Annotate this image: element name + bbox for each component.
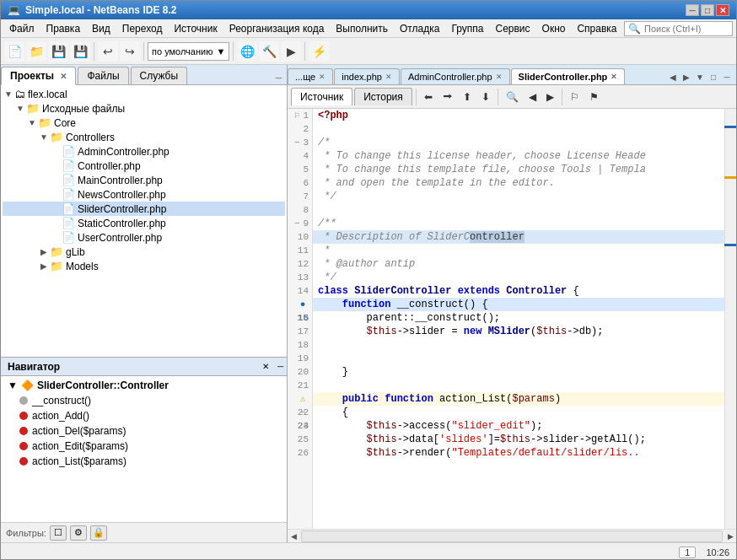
maximize-editor-btn[interactable]: □ bbox=[707, 69, 719, 84]
menu-help[interactable]: Справка bbox=[572, 21, 621, 36]
tree-arrow[interactable]: ▶ bbox=[38, 261, 50, 271]
fold-icon[interactable]: − bbox=[291, 136, 303, 149]
filter-btn-2[interactable]: ⚙ bbox=[70, 525, 87, 541]
menu-tools[interactable]: Сервис bbox=[490, 21, 535, 36]
left-panel-tabs: Проекты ✕ Файлы Службы ─ bbox=[1, 65, 287, 85]
tab-close-icon[interactable]: ✕ bbox=[496, 73, 503, 81]
run-project-btn[interactable]: 🌐 bbox=[237, 41, 257, 62]
left-panel-minimize[interactable]: ─ bbox=[271, 72, 287, 84]
maximize-button[interactable]: □ bbox=[701, 4, 714, 16]
menu-source[interactable]: Источник bbox=[169, 21, 222, 36]
nav-item-action-list[interactable]: action_List($params) bbox=[3, 454, 285, 469]
ed-btn-5[interactable]: 🔍 bbox=[502, 88, 523, 106]
build-btn[interactable]: ▶ bbox=[281, 41, 301, 62]
tree-arrow[interactable]: ▼ bbox=[38, 132, 50, 142]
status-badge: 1 bbox=[679, 547, 696, 558]
fold-icon[interactable]: − bbox=[291, 217, 303, 230]
close-button[interactable]: ✕ bbox=[716, 4, 729, 16]
minimize-editor-btn[interactable]: ─ bbox=[721, 69, 733, 84]
tree-item-flex-local[interactable]: ▼ 🗂 flex.local bbox=[3, 87, 285, 101]
fold-icon[interactable]: − bbox=[297, 406, 309, 419]
tree-arrow[interactable]: ▼ bbox=[14, 104, 26, 113]
tree-item-news-controller[interactable]: 📄 NewsController.php bbox=[3, 187, 285, 202]
tab-projects-close[interactable]: ✕ bbox=[60, 72, 67, 81]
scroll-right-btn[interactable]: ▶ bbox=[724, 530, 736, 542]
tab-dropdown[interactable]: ▼ bbox=[694, 69, 706, 84]
menu-team[interactable]: Группа bbox=[446, 21, 488, 36]
tree-item-core[interactable]: ▼ 📁 Core bbox=[3, 116, 285, 130]
tree-item-sources[interactable]: ▼ 📁 Исходные файлы bbox=[3, 101, 285, 116]
save-btn[interactable]: 💾 bbox=[48, 41, 68, 62]
menu-navigate[interactable]: Переход bbox=[117, 21, 168, 36]
tab-services[interactable]: Службы bbox=[131, 67, 187, 84]
ed-btn-2[interactable]: ⮕ bbox=[438, 88, 457, 106]
ed-btn-8[interactable]: ⚐ bbox=[566, 88, 584, 106]
tab-scroll-right[interactable]: ▶ bbox=[681, 69, 692, 84]
code-content[interactable]: <?php /* * To change this license header… bbox=[313, 109, 724, 529]
ed-btn-9[interactable]: ⚑ bbox=[585, 88, 603, 106]
tree-item-slider-controller[interactable]: 📄 SliderController.php bbox=[3, 202, 285, 216]
nav-item-construct[interactable]: __construct() bbox=[3, 393, 285, 408]
menu-edit[interactable]: Правка bbox=[41, 21, 86, 36]
code-editor-area[interactable]: ⚐1 2 −3 4 5 6 7 8 −9 10 11 12 13 14 ●15 … bbox=[288, 109, 736, 529]
config-dropdown[interactable]: по умолчанию ▼ bbox=[148, 42, 229, 61]
menu-refactor[interactable]: Реорганизация кода bbox=[224, 21, 330, 36]
config-label: по умолчанию bbox=[152, 46, 212, 57]
nav-item-action-add[interactable]: action_Add() bbox=[3, 408, 285, 423]
tree-item-models[interactable]: ▶ 📁 Models bbox=[3, 259, 285, 273]
tree-item-user-controller[interactable]: 📄 UserController.php bbox=[3, 230, 285, 245]
undo-btn[interactable]: ↩ bbox=[98, 41, 118, 62]
editor-scrollbar[interactable] bbox=[724, 109, 736, 529]
ed-btn-7[interactable]: ▶ bbox=[542, 88, 558, 106]
navigator-minimize[interactable]: ─ bbox=[274, 360, 287, 373]
new-project-btn[interactable]: 📄 bbox=[4, 41, 24, 62]
redo-btn[interactable]: ↪ bbox=[120, 41, 140, 62]
tree-item-admin-controller[interactable]: 📄 AdminController.php bbox=[3, 144, 285, 159]
tree-item-main-controller[interactable]: 📄 MainController.php bbox=[3, 173, 285, 187]
search-box[interactable]: 🔍 bbox=[624, 21, 733, 36]
ed-btn-1[interactable]: ⬅ bbox=[420, 88, 437, 106]
horizontal-scrollbar[interactable] bbox=[301, 530, 723, 542]
breakpoint-icon[interactable]: ● bbox=[297, 298, 309, 311]
ed-btn-3[interactable]: ⬆ bbox=[459, 88, 476, 106]
tab-close-icon[interactable]: ✕ bbox=[611, 73, 617, 81]
tab-close-icon[interactable]: ✕ bbox=[319, 73, 325, 81]
navigator-close[interactable]: ✕ bbox=[257, 360, 274, 373]
history-tab-btn[interactable]: История bbox=[354, 88, 412, 105]
menu-view[interactable]: Вид bbox=[87, 21, 116, 36]
source-tab-btn[interactable]: Источник bbox=[291, 88, 352, 105]
tree-arrow[interactable]: ▼ bbox=[3, 89, 14, 99]
editor-toolbar-sep2 bbox=[498, 89, 498, 105]
scroll-left-btn[interactable]: ◀ bbox=[288, 530, 299, 542]
editor-tab-admin-controller[interactable]: AdminController.php ✕ bbox=[401, 68, 510, 84]
editor-tab-more[interactable]: ...ще ✕ bbox=[288, 68, 333, 84]
menu-debug[interactable]: Отладка bbox=[395, 21, 444, 36]
debug-btn[interactable]: ⚡ bbox=[309, 41, 329, 62]
tab-scroll-left[interactable]: ◀ bbox=[667, 69, 679, 84]
filter-btn-1[interactable]: ☐ bbox=[50, 525, 67, 541]
editor-tab-index[interactable]: index.php ✕ bbox=[334, 68, 400, 84]
tree-arrow[interactable]: ▶ bbox=[38, 247, 50, 256]
nav-item-action-edit[interactable]: action_Edit($params) bbox=[3, 439, 285, 454]
ed-btn-6[interactable]: ◀ bbox=[525, 88, 541, 106]
tree-item-static-controller[interactable]: 📄 StaticController.php bbox=[3, 216, 285, 230]
minimize-button[interactable]: ─ bbox=[686, 4, 699, 16]
tab-projects[interactable]: Проекты ✕ bbox=[1, 67, 76, 85]
filter-btn-3[interactable]: 🔒 bbox=[90, 525, 107, 541]
save-all-btn[interactable]: 💾 bbox=[70, 41, 90, 62]
open-project-btn[interactable]: 📁 bbox=[26, 41, 46, 62]
tab-files[interactable]: Файлы bbox=[78, 67, 128, 84]
ed-btn-4[interactable]: ⬇ bbox=[477, 88, 494, 106]
tree-item-controller[interactable]: 📄 Controller.php bbox=[3, 159, 285, 173]
nav-item-action-del[interactable]: action_Del($params) bbox=[3, 423, 285, 439]
menu-file[interactable]: Файл bbox=[4, 21, 40, 36]
search-input[interactable] bbox=[644, 24, 729, 34]
tab-close-icon[interactable]: ✕ bbox=[385, 73, 392, 81]
clean-build-btn[interactable]: 🔨 bbox=[259, 41, 279, 62]
tree-arrow[interactable]: ▼ bbox=[26, 118, 38, 127]
tree-item-glib[interactable]: ▶ 📁 gLib bbox=[3, 245, 285, 259]
menu-window[interactable]: Окно bbox=[537, 21, 571, 36]
menu-run[interactable]: Выполнить bbox=[331, 21, 393, 36]
tree-item-controllers[interactable]: ▼ 📁 Controllers bbox=[3, 130, 285, 144]
editor-tab-slider-controller[interactable]: SliderController.php ✕ bbox=[511, 68, 626, 85]
